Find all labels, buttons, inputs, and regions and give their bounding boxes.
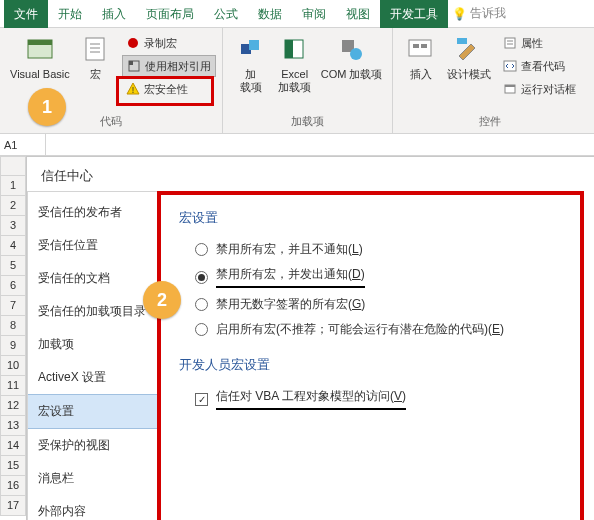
run-dialog-button[interactable]: 运行对话框 bbox=[499, 78, 580, 100]
com-addins-label: COM 加载项 bbox=[321, 68, 383, 81]
excel-addins-icon bbox=[279, 34, 311, 66]
radio-icon bbox=[195, 298, 208, 311]
svg-rect-1 bbox=[28, 40, 52, 45]
row-header[interactable]: 12 bbox=[0, 396, 26, 416]
tab-page-layout[interactable]: 页面布局 bbox=[136, 0, 204, 28]
macro-option-row[interactable]: 禁用无数字签署的所有宏(G) bbox=[195, 296, 566, 313]
tab-home[interactable]: 开始 bbox=[48, 0, 92, 28]
macros-button[interactable]: 宏 bbox=[74, 32, 118, 112]
tab-data[interactable]: 数据 bbox=[248, 0, 292, 28]
group-label-controls: 控件 bbox=[399, 112, 580, 133]
trust-center-sidebar-item[interactable]: 受信任的文档 bbox=[28, 262, 157, 295]
row-header[interactable]: 5 bbox=[0, 256, 26, 276]
row-header[interactable]: 16 bbox=[0, 476, 26, 496]
trust-center-sidebar-item[interactable]: 外部内容 bbox=[28, 495, 157, 520]
trust-center-sidebar: 受信任的发布者受信任位置受信任的文档受信任的加载项目录加载项ActiveX 设置… bbox=[27, 191, 157, 520]
trust-center-sidebar-item[interactable]: 宏设置 bbox=[28, 394, 157, 429]
macro-option-label: 禁用所有宏，并发出通知 bbox=[216, 267, 348, 281]
trust-center-sidebar-item[interactable]: 受信任的加载项目录 bbox=[28, 295, 157, 328]
view-code-label: 查看代码 bbox=[521, 59, 565, 74]
row-header[interactable]: 4 bbox=[0, 236, 26, 256]
addins-label: 加 载项 bbox=[240, 68, 262, 94]
macro-option-label: 启用所有宏(不推荐；可能会运行有潜在危险的代码) bbox=[216, 322, 488, 336]
trust-center-sidebar-item[interactable]: 加载项 bbox=[28, 328, 157, 361]
tab-developer[interactable]: 开发工具 bbox=[380, 0, 448, 28]
radio-icon bbox=[195, 323, 208, 336]
design-mode-button[interactable]: 设计模式 bbox=[443, 32, 495, 112]
row-header[interactable]: 10 bbox=[0, 356, 26, 376]
trust-center-dialog: 信任中心 受信任的发布者受信任位置受信任的文档受信任的加载项目录加载项Activ… bbox=[26, 156, 594, 520]
addins-button[interactable]: 加 载项 bbox=[229, 32, 273, 112]
group-label-addins: 加载项 bbox=[229, 112, 387, 133]
tab-formulas[interactable]: 公式 bbox=[204, 0, 248, 28]
macro-option-row[interactable]: 禁用所有宏，并发出通知(D) bbox=[195, 266, 566, 288]
macro-option-row[interactable]: 启用所有宏(不推荐；可能会运行有潜在危险的代码)(E) bbox=[195, 321, 566, 338]
visual-basic-icon bbox=[24, 34, 56, 66]
trust-vba-hotkey: V bbox=[394, 389, 402, 403]
tab-insert[interactable]: 插入 bbox=[92, 0, 136, 28]
use-relative-label: 使用相对引用 bbox=[145, 59, 211, 74]
row-header[interactable]: 3 bbox=[0, 216, 26, 236]
trust-center-sidebar-item[interactable]: ActiveX 设置 bbox=[28, 361, 157, 394]
addins-icon bbox=[235, 34, 267, 66]
svg-rect-10 bbox=[285, 40, 293, 58]
properties-button[interactable]: 属性 bbox=[499, 32, 580, 54]
insert-control-label: 插入 bbox=[410, 68, 432, 81]
excel-addins-label: Excel 加载项 bbox=[278, 68, 311, 94]
tell-me-label: 告诉我 bbox=[470, 5, 506, 22]
record-macro-label: 录制宏 bbox=[144, 36, 177, 51]
lightbulb-icon: 💡 bbox=[452, 7, 467, 21]
name-box[interactable]: A1 bbox=[0, 134, 46, 156]
tell-me[interactable]: 💡 告诉我 bbox=[452, 5, 506, 22]
radio-icon bbox=[195, 243, 208, 256]
row-header[interactable]: 15 bbox=[0, 456, 26, 476]
row-header[interactable]: 9 bbox=[0, 336, 26, 356]
row-header[interactable]: 14 bbox=[0, 436, 26, 456]
trust-center-main: 宏设置 禁用所有宏，并且不通知(L)禁用所有宏，并发出通知(D)禁用无数字签署的… bbox=[157, 191, 584, 520]
row-header[interactable]: 6 bbox=[0, 276, 26, 296]
tab-review[interactable]: 审阅 bbox=[292, 0, 336, 28]
dialog-title: 信任中心 bbox=[27, 157, 594, 191]
row-header[interactable]: 8 bbox=[0, 316, 26, 336]
excel-addins-button[interactable]: Excel 加载项 bbox=[273, 32, 317, 112]
macro-option-label: 禁用所有宏，并且不通知 bbox=[216, 242, 348, 256]
svg-point-12 bbox=[350, 48, 362, 60]
trust-center-sidebar-item[interactable]: 消息栏 bbox=[28, 462, 157, 495]
record-macro-button[interactable]: 录制宏 bbox=[122, 32, 216, 54]
annotation-badge-1: 1 bbox=[28, 88, 66, 126]
row-header[interactable]: 7 bbox=[0, 296, 26, 316]
insert-control-button[interactable]: 插入 bbox=[399, 32, 443, 112]
select-all-corner[interactable] bbox=[0, 156, 26, 176]
svg-rect-17 bbox=[505, 38, 515, 48]
macros-label: 宏 bbox=[90, 68, 101, 81]
row-header[interactable]: 2 bbox=[0, 196, 26, 216]
row-header[interactable]: 13 bbox=[0, 416, 26, 436]
svg-rect-13 bbox=[409, 40, 431, 56]
insert-control-icon bbox=[405, 34, 437, 66]
macro-section-title: 宏设置 bbox=[179, 209, 566, 227]
row-header[interactable]: 17 bbox=[0, 496, 26, 516]
row-header[interactable]: 1 bbox=[0, 176, 26, 196]
com-addins-button[interactable]: COM 加载项 bbox=[317, 32, 387, 112]
use-relative-button[interactable]: 使用相对引用 bbox=[122, 55, 216, 77]
visual-basic-label: Visual Basic bbox=[10, 68, 70, 81]
trust-vba-checkbox-row[interactable]: ✓ 信任对 VBA 工程对象模型的访问(V) bbox=[195, 388, 566, 410]
row-header[interactable]: 11 bbox=[0, 376, 26, 396]
trust-center-sidebar-item[interactable]: 受保护的视图 bbox=[28, 429, 157, 462]
design-mode-icon bbox=[453, 34, 485, 66]
svg-rect-8 bbox=[249, 40, 259, 50]
macro-option-row[interactable]: 禁用所有宏，并且不通知(L) bbox=[195, 241, 566, 258]
annotation-red-box-1 bbox=[116, 76, 214, 106]
tab-file[interactable]: 文件 bbox=[4, 0, 48, 28]
relative-icon bbox=[127, 59, 141, 73]
svg-rect-5 bbox=[129, 61, 133, 65]
tab-view[interactable]: 视图 bbox=[336, 0, 380, 28]
svg-rect-2 bbox=[86, 38, 104, 60]
macros-icon bbox=[80, 34, 112, 66]
checkbox-icon: ✓ bbox=[195, 393, 208, 406]
view-code-icon bbox=[503, 59, 517, 73]
trust-center-sidebar-item[interactable]: 受信任位置 bbox=[28, 229, 157, 262]
trust-center-sidebar-item[interactable]: 受信任的发布者 bbox=[28, 196, 157, 229]
record-icon bbox=[126, 36, 140, 50]
view-code-button[interactable]: 查看代码 bbox=[499, 55, 580, 77]
